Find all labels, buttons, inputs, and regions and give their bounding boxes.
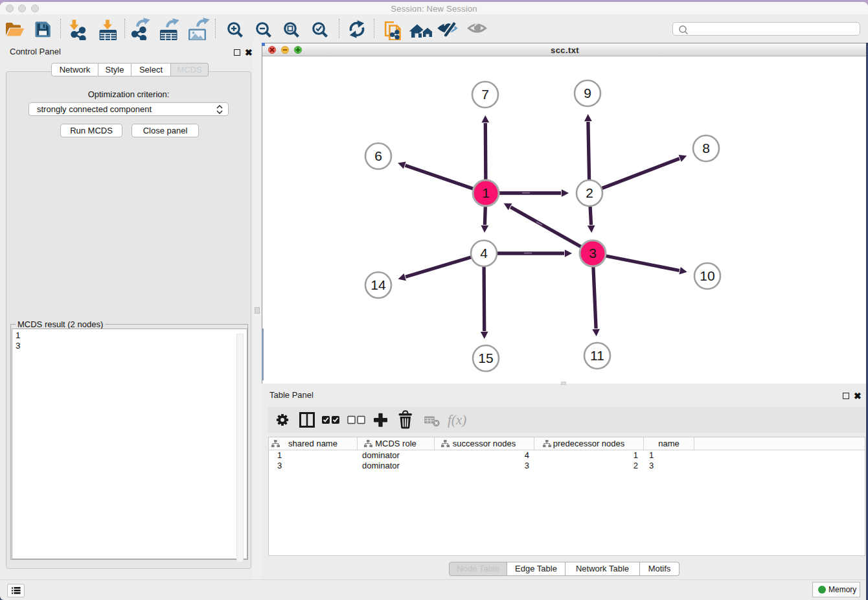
svg-text:4: 4 xyxy=(480,246,488,260)
svg-text:11: 11 xyxy=(590,348,604,363)
svg-text:3: 3 xyxy=(589,246,597,260)
svg-text:14: 14 xyxy=(371,277,386,292)
svg-text:2: 2 xyxy=(586,185,593,200)
svg-text:10: 10 xyxy=(700,268,714,283)
svg-text:1: 1 xyxy=(482,185,490,200)
svg-text:7: 7 xyxy=(481,87,489,102)
svg-text:8: 8 xyxy=(702,141,710,156)
svg-text:6: 6 xyxy=(374,148,382,163)
svg-text:9: 9 xyxy=(584,86,591,100)
svg-text:15: 15 xyxy=(478,351,493,365)
svg-text:f(x): f(x) xyxy=(448,412,466,428)
